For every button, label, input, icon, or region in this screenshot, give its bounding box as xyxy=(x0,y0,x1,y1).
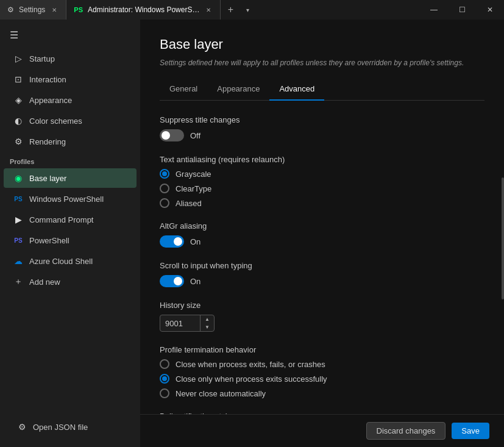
never-label: Never close automatically xyxy=(176,389,266,398)
antialiasing-cleartype[interactable]: ClearType xyxy=(160,184,484,193)
suppress-title-knob xyxy=(161,131,170,140)
discard-changes-button[interactable]: Discard changes xyxy=(366,422,446,440)
maximize-button[interactable]: ☐ xyxy=(448,0,476,20)
hamburger-menu[interactable]: ☰ xyxy=(0,24,140,48)
never-radio[interactable] xyxy=(160,388,169,398)
sidebar-interaction-label: Interaction xyxy=(29,75,66,84)
rendering-icon: ⚙ xyxy=(13,137,23,146)
interaction-icon: ⊡ xyxy=(13,74,23,84)
scroll-input-label: Scroll to input when typing xyxy=(160,261,484,270)
sidebar-item-windows-powershell[interactable]: PS Windows PowerShell xyxy=(4,189,137,209)
tab-chevron[interactable]: ▾ xyxy=(240,0,255,20)
close-settings-tab[interactable]: ✕ xyxy=(50,5,59,14)
tab-settings[interactable]: ⚙ Settings ✕ xyxy=(0,0,66,20)
increment-arrow[interactable]: ▲ xyxy=(201,315,214,323)
suppress-title-toggle-text: Off xyxy=(190,131,201,140)
sidebar-base-layer-label: Base layer xyxy=(29,174,66,183)
cleartype-radio[interactable] xyxy=(160,184,169,193)
bell-section: Bell notification style All Visual (flas… xyxy=(160,412,484,414)
sidebar-item-interaction[interactable]: ⊡ Interaction xyxy=(4,70,137,89)
altgr-section: AltGr aliasing On xyxy=(160,221,484,248)
open-json-label: Open JSON file xyxy=(33,423,88,432)
content-area: Base layer Settings defined here will ap… xyxy=(140,20,504,414)
sidebar-item-appearance[interactable]: ◈ Appearance xyxy=(4,90,137,110)
antialiasing-grayscale[interactable]: Grayscale xyxy=(160,169,484,179)
sidebar-bottom: ⚙ Open JSON file xyxy=(0,412,140,442)
scroll-input-toggle-text: On xyxy=(190,277,201,286)
tab-powershell[interactable]: PS Administrator: Windows PowerS… ✕ xyxy=(66,0,221,20)
main-layout: ☰ ▷ Startup ⊡ Interaction ◈ Appearance ◐… xyxy=(0,20,504,447)
fails-label: Close when process exits, fails, or cras… xyxy=(176,360,325,369)
antialiasing-label: Text antialiasing (requires relaunch) xyxy=(160,155,484,164)
tab-general[interactable]: General xyxy=(160,80,207,101)
altgr-toggle[interactable] xyxy=(160,235,184,248)
aliased-radio[interactable] xyxy=(160,198,169,208)
page-title: Base layer xyxy=(160,37,484,52)
sidebar-item-color-schemes[interactable]: ◐ Color schemes xyxy=(4,111,137,131)
base-layer-icon: ◉ xyxy=(13,173,23,183)
altgr-knob xyxy=(174,237,182,246)
sidebar-item-powershell[interactable]: PS PowerShell xyxy=(4,231,137,250)
fails-radio[interactable] xyxy=(160,359,169,369)
sidebar-item-azure-cloud-shell[interactable]: ☁ Azure Cloud Shell xyxy=(4,251,137,271)
altgr-label: AltGr aliasing xyxy=(160,221,484,231)
scroll-input-section: Scroll to input when typing On xyxy=(160,261,484,287)
sidebar-appearance-label: Appearance xyxy=(29,96,72,105)
antialiasing-aliased[interactable]: Aliased xyxy=(160,198,484,208)
sidebar-item-rendering[interactable]: ⚙ Rendering xyxy=(4,132,137,151)
new-tab-button[interactable]: + xyxy=(221,0,240,20)
history-size-label: History size xyxy=(160,301,484,310)
tab-settings-label: Settings xyxy=(19,5,45,14)
antialiasing-options: Grayscale ClearType Aliased xyxy=(160,169,484,208)
grayscale-label: Grayscale xyxy=(176,170,211,179)
sidebar: ☰ ▷ Startup ⊡ Interaction ◈ Appearance ◐… xyxy=(0,20,140,447)
save-button[interactable]: Save xyxy=(452,423,489,439)
decrement-arrow[interactable]: ▼ xyxy=(201,323,214,331)
scroll-thumb[interactable] xyxy=(502,177,504,299)
sidebar-startup-label: Startup xyxy=(29,54,55,63)
close-button[interactable]: ✕ xyxy=(476,0,504,20)
success-radio[interactable] xyxy=(160,374,169,384)
close-powershell-tab[interactable]: ✕ xyxy=(204,5,213,14)
sidebar-powershell-label: PowerShell xyxy=(29,236,69,245)
sidebar-windows-powershell-label: Windows PowerShell xyxy=(29,195,104,204)
add-icon: ＋ xyxy=(13,277,23,287)
tab-powershell-label: Administrator: Windows PowerS… xyxy=(88,5,199,14)
window-controls: — ☐ ✕ xyxy=(420,0,504,20)
sidebar-azure-label: Azure Cloud Shell xyxy=(29,257,93,266)
powershell-icon: PS xyxy=(74,6,83,13)
add-new-button[interactable]: ＋ Add new xyxy=(4,272,137,291)
tab-advanced[interactable]: Advanced xyxy=(269,80,324,101)
termination-section: Profile termination behavior Close when … xyxy=(160,345,484,398)
command-prompt-icon: ▶ xyxy=(13,215,23,224)
tab-appearance[interactable]: Appearance xyxy=(207,80,269,101)
sidebar-item-command-prompt[interactable]: ▶ Command Prompt xyxy=(4,210,137,229)
altgr-toggle-row: On xyxy=(160,235,484,248)
suppress-title-toggle[interactable] xyxy=(160,129,184,141)
sidebar-color-schemes-label: Color schemes xyxy=(29,116,82,126)
termination-success[interactable]: Close only when process exits successful… xyxy=(160,374,484,384)
aliased-label: Aliased xyxy=(176,199,202,208)
suppress-title-toggle-row: Off xyxy=(160,129,484,141)
windows-powershell-icon: PS xyxy=(13,194,23,204)
termination-options: Close when process exits, fails, or cras… xyxy=(160,359,484,398)
termination-never[interactable]: Never close automatically xyxy=(160,388,484,398)
sidebar-item-startup[interactable]: ▷ Startup xyxy=(4,49,137,68)
sidebar-item-base-layer[interactable]: ◉ Base layer xyxy=(4,168,137,188)
tab-bar: General Appearance Advanced xyxy=(160,80,484,101)
action-bar: Discard changes Save xyxy=(140,414,504,447)
minimize-button[interactable]: — xyxy=(420,0,448,20)
termination-fails[interactable]: Close when process exits, fails, or cras… xyxy=(160,359,484,369)
page-subtitle: Settings defined here will apply to all … xyxy=(160,59,484,67)
history-size-input[interactable] xyxy=(160,316,200,331)
scroll-input-toggle[interactable] xyxy=(160,275,184,287)
sidebar-command-prompt-label: Command Prompt xyxy=(29,215,93,224)
bell-label: Bell notification style xyxy=(160,412,484,414)
suppress-title-section: Suppress title changes Off xyxy=(160,115,484,141)
startup-icon: ▷ xyxy=(13,54,23,63)
azure-cloud-shell-icon: ☁ xyxy=(13,256,23,266)
grayscale-radio[interactable] xyxy=(160,169,169,179)
settings-icon: ⚙ xyxy=(7,5,14,14)
termination-label: Profile termination behavior xyxy=(160,345,484,354)
open-json-button[interactable]: ⚙ Open JSON file xyxy=(7,417,133,437)
